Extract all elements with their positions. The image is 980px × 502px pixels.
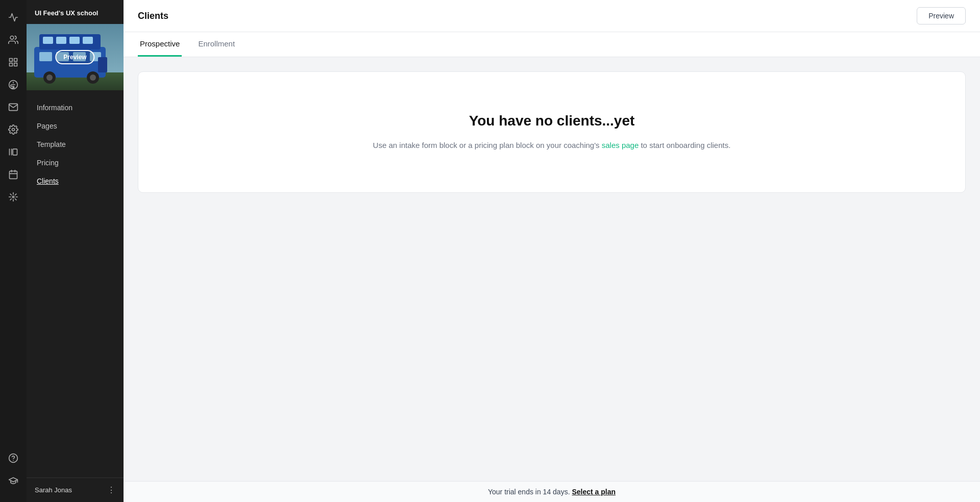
svg-rect-27 (69, 37, 80, 44)
svg-rect-1 (10, 59, 13, 62)
app-title: UI Feed's UX school (27, 0, 124, 24)
integrations-icon[interactable] (4, 188, 22, 206)
svg-rect-3 (14, 63, 17, 66)
icon-sidebar (0, 0, 27, 502)
course-image: Preview (27, 24, 124, 90)
sales-page-link[interactable]: sales page (602, 141, 639, 149)
mail-icon[interactable] (4, 98, 22, 116)
svg-rect-26 (56, 37, 66, 44)
svg-rect-2 (14, 59, 17, 62)
empty-state-card: You have no clients...yet Use an intake … (138, 71, 966, 193)
svg-point-0 (10, 36, 14, 40)
svg-point-32 (90, 74, 96, 81)
svg-point-14 (12, 196, 14, 197)
trial-message: Your trial ends in 14 days. (488, 488, 570, 496)
nav-item-information[interactable]: Information (27, 98, 124, 117)
trial-bar: Your trial ends in 14 days. Select a pla… (124, 481, 980, 502)
tabs-area: Prospective Enrollment (124, 32, 980, 57)
svg-rect-4 (10, 63, 13, 66)
graduation-icon[interactable] (4, 471, 22, 490)
nav-item-clients[interactable]: Clients (27, 172, 124, 190)
svg-rect-9 (13, 149, 17, 155)
empty-state-title: You have no clients...yet (159, 113, 945, 129)
empty-state-text-before: Use an intake form block or a pricing pl… (373, 141, 602, 149)
library-icon[interactable] (4, 143, 22, 161)
settings-icon[interactable] (4, 120, 22, 139)
users-icon[interactable] (4, 31, 22, 49)
select-plan-link[interactable]: Select a plan (572, 488, 616, 496)
tab-prospective[interactable]: Prospective (138, 32, 182, 57)
content-area: You have no clients...yet Use an intake … (124, 57, 980, 481)
empty-state-text-after: to start onboarding clients. (639, 141, 730, 149)
nav-menu: Information Pages Template Pricing Clien… (27, 90, 124, 478)
svg-point-30 (46, 74, 53, 81)
preview-badge[interactable]: Preview (55, 50, 94, 64)
preview-button[interactable]: Preview (917, 7, 966, 24)
tab-enrollment[interactable]: Enrollment (196, 32, 237, 57)
svg-rect-10 (10, 171, 17, 179)
dollar-icon[interactable] (4, 76, 22, 94)
analytics-icon[interactable] (4, 8, 22, 27)
user-footer: Sarah Jonas ⋮ (27, 478, 124, 502)
nav-item-template[interactable]: Template (27, 135, 124, 154)
svg-point-6 (12, 129, 15, 131)
nav-item-pricing[interactable]: Pricing (27, 154, 124, 172)
page-title: Clients (138, 11, 168, 21)
calendar-icon[interactable] (4, 165, 22, 184)
top-bar: Clients Preview (124, 0, 980, 32)
left-panel: UI Feed's UX school (27, 0, 124, 502)
main-content: Clients Preview Prospective Enrollment Y… (124, 0, 980, 502)
svg-rect-28 (83, 37, 93, 44)
username: Sarah Jonas (35, 486, 72, 494)
svg-rect-21 (39, 52, 52, 61)
dashboard-icon[interactable] (4, 53, 22, 71)
nav-item-pages[interactable]: Pages (27, 117, 124, 135)
more-options-icon[interactable]: ⋮ (107, 485, 115, 495)
svg-rect-25 (43, 37, 53, 44)
help-icon[interactable] (4, 449, 22, 467)
empty-state-description: Use an intake form block or a pricing pl… (159, 139, 945, 152)
svg-rect-33 (98, 57, 107, 72)
